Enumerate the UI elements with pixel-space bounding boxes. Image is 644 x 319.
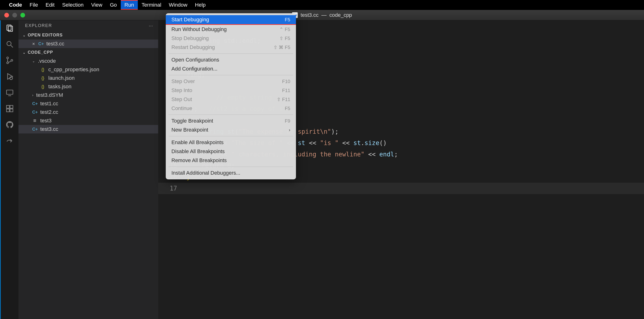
svg-rect-9: [6, 90, 13, 94]
menu-item-disable-all-breakpoints[interactable]: Disable All Breakpoints: [166, 147, 296, 156]
explorer-sidebar: EXPLORER ⋯ ⌄ OPEN EDITORS ×C+test3.cc ⌄ …: [18, 20, 158, 319]
open-editor-item[interactable]: ×C+test3.cc: [18, 39, 158, 48]
menu-item-toggle-breakpoint[interactable]: Toggle BreakpointF9: [166, 116, 296, 125]
project-section[interactable]: ⌄ CODE_CPP: [18, 48, 158, 57]
run-debug-icon[interactable]: [5, 71, 15, 81]
tree-item-label: test1.cc: [40, 101, 58, 107]
shortcut-label: F5: [285, 17, 290, 22]
cpp-file-icon: C+: [32, 127, 38, 132]
titlebar-filename: test3.cc: [300, 12, 318, 18]
activity-bar: [0, 20, 18, 319]
tree-item-label: .vscode: [38, 58, 56, 64]
sidebar-more-icon[interactable]: ⋯: [149, 23, 154, 28]
menu-item-run-without-debugging[interactable]: Run Without Debugging⌃ F5: [166, 25, 296, 34]
menu-separator: [168, 136, 293, 136]
folder-chevron-icon: ›: [32, 93, 34, 97]
remote-icon[interactable]: [5, 88, 15, 97]
menu-item-restart-debugging: Restart Debugging⇧ ⌘ F5: [166, 43, 296, 52]
menu-item-label: Add Configuration...: [172, 66, 217, 72]
explorer-icon[interactable]: [5, 23, 15, 33]
menu-item-terminal[interactable]: Terminal: [138, 0, 165, 10]
shortcut-label: F11: [282, 88, 290, 93]
menu-item-stop-debugging: Stop Debugging⇧ F5: [166, 34, 296, 43]
tree-item[interactable]: ›test3.dSYM: [18, 91, 158, 99]
menu-item-label: Continue: [172, 105, 192, 111]
titlebar-separator: —: [321, 12, 326, 18]
close-editor-icon[interactable]: ×: [32, 41, 35, 47]
menu-item-label: Enable All Breakpoints: [172, 139, 224, 146]
svg-point-5: [7, 62, 8, 64]
menu-item-view[interactable]: View: [87, 0, 106, 10]
menu-item-label: Step Out: [172, 96, 192, 102]
svg-point-4: [7, 57, 8, 59]
shortcut-label: F10: [282, 79, 290, 84]
tree-item[interactable]: ⌄.vscode: [18, 57, 158, 65]
tree-item-label: launch.json: [48, 75, 74, 81]
menu-item-edit[interactable]: Edit: [42, 0, 58, 10]
menu-item-selection[interactable]: Selection: [58, 0, 87, 10]
traffic-lights: [4, 13, 25, 17]
source-control-icon[interactable]: [5, 55, 15, 65]
json-file-icon: {}: [40, 84, 46, 89]
menu-item-start-debugging[interactable]: Start DebuggingF5: [166, 15, 296, 25]
menu-item-window[interactable]: Window: [165, 0, 191, 10]
share-icon[interactable]: [5, 136, 15, 146]
tree-item[interactable]: C+test3.cc: [18, 125, 158, 133]
extensions-icon[interactable]: [5, 104, 15, 114]
menu-item-add-configuration-[interactable]: Add Configuration...: [166, 64, 296, 73]
shortcut-label: F9: [285, 118, 290, 124]
menu-item-go[interactable]: Go: [106, 0, 120, 10]
menu-item-label: Remove All Breakpoints: [172, 157, 227, 164]
json-file-icon: {}: [40, 76, 46, 81]
menu-item-enable-all-breakpoints[interactable]: Enable All Breakpoints: [166, 138, 296, 147]
line-number: 17: [158, 185, 186, 192]
menu-item-label: Disable All Breakpoints: [172, 148, 225, 155]
menu-separator: [168, 167, 293, 167]
menu-item-label: Install Additional Debuggers...: [172, 170, 240, 176]
menu-item-step-into: Step IntoF11: [166, 86, 296, 95]
cpp-file-icon: C+: [32, 101, 38, 106]
app-name[interactable]: Code: [9, 2, 22, 8]
svg-rect-11: [6, 106, 9, 108]
folder-chevron-icon: ⌄: [32, 59, 35, 63]
svg-rect-12: [10, 106, 13, 108]
menu-item-file[interactable]: File: [26, 0, 42, 10]
tree-item-label: tasks.json: [48, 83, 72, 90]
window-maximize-button[interactable]: [20, 13, 25, 17]
menu-item-new-breakpoint[interactable]: New Breakpoint›: [166, 125, 296, 134]
macos-menubar: Code FileEditSelectionViewGoRunTerminalW…: [0, 0, 644, 10]
tree-item[interactable]: C+test1.cc: [18, 99, 158, 108]
file-icon: ≡: [32, 118, 38, 124]
menu-item-label: Restart Debugging: [172, 44, 215, 50]
shortcut-label: ⇧ ⌘ F5: [274, 44, 290, 50]
tree-item[interactable]: ≡test3: [18, 116, 158, 125]
code-line[interactable]: 17: [158, 183, 644, 194]
menu-item-remove-all-breakpoints[interactable]: Remove All Breakpoints: [166, 156, 296, 165]
menu-item-label: Stop Debugging: [172, 35, 209, 41]
window-close-button[interactable]: [4, 13, 9, 17]
tree-item[interactable]: C+test2.cc: [18, 108, 158, 116]
menu-separator: [168, 53, 293, 54]
window-minimize-button[interactable]: [12, 13, 17, 17]
menu-item-install-additional-debuggers-[interactable]: Install Additional Debuggers...: [166, 168, 296, 177]
window-titlebar: C+ test3.cc — code_cpp: [0, 10, 644, 20]
menu-item-open-configurations[interactable]: Open Configurations: [166, 55, 296, 64]
tree-item-label: test3.cc: [40, 126, 58, 132]
cpp-file-icon: C+: [38, 41, 44, 46]
svg-marker-7: [8, 74, 12, 79]
run-menu-dropdown: Start DebuggingF5Run Without Debugging⌃ …: [166, 13, 296, 179]
menu-item-help[interactable]: Help: [191, 0, 209, 10]
tree-item[interactable]: {}launch.json: [18, 74, 158, 82]
menu-item-label: Open Configurations: [172, 57, 219, 63]
tree-item[interactable]: {}tasks.json: [18, 82, 158, 91]
project-label: CODE_CPP: [28, 50, 53, 55]
tree-item-label: test2.cc: [40, 109, 58, 115]
shortcut-label: ⇧ F5: [280, 35, 290, 41]
tree-item[interactable]: {}c_cpp_properties.json: [18, 65, 158, 74]
menu-item-run[interactable]: Run: [121, 0, 138, 10]
github-icon[interactable]: [5, 120, 15, 130]
open-editors-section[interactable]: ⌄ OPEN EDITORS: [18, 31, 158, 39]
search-icon[interactable]: [5, 39, 15, 49]
menu-item-step-over: Step OverF10: [166, 77, 296, 86]
menu-item-label: New Breakpoint: [172, 127, 208, 133]
